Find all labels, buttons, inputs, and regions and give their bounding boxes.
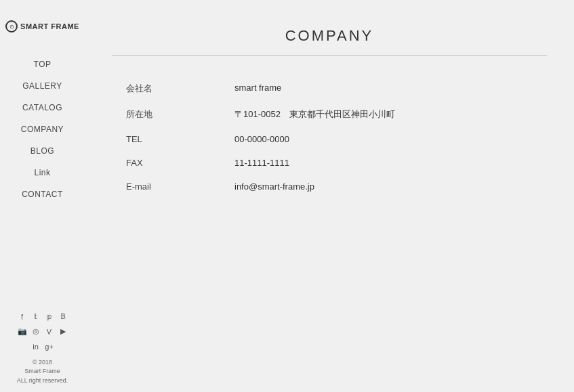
row-label: TEL <box>126 127 234 151</box>
youtube-icon[interactable]: ▶ <box>58 327 68 336</box>
sidebar: ⊙ SMART FRAME TOP GALLERY CATALOG COMPAN… <box>0 0 85 392</box>
table-row: 所在地〒101-0052 東京都千代田区神田小川町 <box>126 102 533 127</box>
copyright-rights: ALL right reserved. <box>17 376 68 386</box>
sidebar-item-link[interactable]: Link <box>34 168 50 177</box>
social-icons-row2: 📷 ◎ V ▶ <box>17 327 68 336</box>
row-value: 〒101-0052 東京都千代田区神田小川町 <box>234 102 533 127</box>
behance-icon[interactable]: 𝔹 <box>58 312 68 322</box>
company-table: 会社名smart frame所在地〒101-0052 東京都千代田区神田小川町T… <box>126 76 533 198</box>
sidebar-item-top[interactable]: TOP <box>34 60 52 69</box>
sidebar-item-blog[interactable]: BLOG <box>30 146 54 156</box>
facebook-icon[interactable]: f <box>18 312 27 322</box>
snapchat-icon[interactable]: ◎ <box>31 327 41 336</box>
row-value: info@smart-frame.jp <box>234 175 533 198</box>
row-label: FAX <box>126 151 234 175</box>
sidebar-item-catalog[interactable]: CATALOG <box>22 103 62 112</box>
title-divider <box>112 55 547 56</box>
row-value: 00-0000-0000 <box>234 127 533 151</box>
row-label: E-mail <box>126 175 234 198</box>
row-label: 所在地 <box>126 102 234 127</box>
logo-text: SMART FRAME <box>20 22 79 30</box>
logo-icon: ⊙ <box>5 20 18 32</box>
row-label: 会社名 <box>126 76 234 102</box>
instagram-icon[interactable]: 📷 <box>18 327 27 336</box>
table-row: TEL00-0000-0000 <box>126 127 533 151</box>
sidebar-footer: f 𝕥 𝕡 𝔹 📷 ◎ V ▶ in g+ © 2018 Smart Frame… <box>17 312 68 386</box>
sidebar-item-gallery[interactable]: GALLERY <box>22 81 62 91</box>
row-value: smart frame <box>234 76 533 102</box>
social-icons-row3: in g+ <box>30 342 55 351</box>
linkedin-icon[interactable]: in <box>31 342 41 351</box>
logo: ⊙ SMART FRAME <box>5 20 79 32</box>
main-content: COMPANY 会社名smart frame所在地〒101-0052 東京都千代… <box>85 0 574 392</box>
table-row: 会社名smart frame <box>126 76 533 102</box>
sidebar-item-company[interactable]: COMPANY <box>21 125 64 134</box>
page-title: COMPANY <box>112 27 547 45</box>
sidebar-item-contact[interactable]: CONTACT <box>22 190 63 199</box>
social-icons-row1: f 𝕥 𝕡 𝔹 <box>17 312 68 322</box>
sidebar-nav: TOP GALLERY CATALOG COMPANY BLOG Link CO… <box>0 60 85 199</box>
table-row: FAX11-1111-1111 <box>126 151 533 175</box>
copyright: © 2018 Smart Frame ALL right reserved. <box>17 358 68 386</box>
googleplus-icon[interactable]: g+ <box>45 342 54 351</box>
twitter-icon[interactable]: 𝕥 <box>31 312 41 322</box>
copyright-year: © 2018 <box>17 358 68 368</box>
copyright-company: Smart Frame <box>17 367 68 376</box>
row-value: 11-1111-1111 <box>234 151 533 175</box>
pinterest-icon[interactable]: 𝕡 <box>45 312 54 322</box>
vimeo-icon[interactable]: V <box>45 327 54 336</box>
table-row: E-mailinfo@smart-frame.jp <box>126 175 533 198</box>
